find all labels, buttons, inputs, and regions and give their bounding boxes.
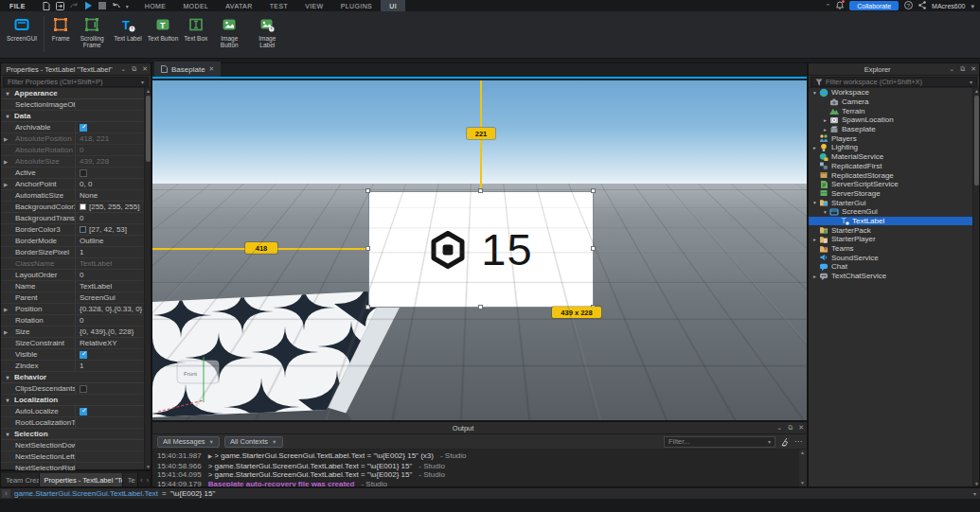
tree-expand-icon[interactable]: ▾ <box>811 90 819 96</box>
prop-value[interactable] <box>75 440 145 450</box>
explorer-item-materialservice[interactable]: MaterialService <box>809 152 973 162</box>
properties-float-icon[interactable]: ⧉ <box>129 65 139 73</box>
stop-icon[interactable] <box>98 2 106 9</box>
explorer-item-replicatedfirst[interactable]: ReplicatedFirst <box>809 162 973 171</box>
ribbon-imagebutton-button[interactable]: Image Button <box>210 11 248 48</box>
prop-value[interactable]: TextLabel <box>75 281 145 291</box>
prop-row-size[interactable]: ▶Size{0, 439},{0, 228} <box>1 327 145 338</box>
explorer-item-baseplate[interactable]: ▸Baseplate <box>809 125 973 134</box>
user-dropdown-icon[interactable]: ▾ <box>971 3 974 9</box>
prop-value[interactable]: 0 <box>75 315 145 326</box>
properties-close-icon[interactable]: ✕ <box>139 65 151 73</box>
tree-expand-icon[interactable]: ▸ <box>821 117 829 123</box>
prop-row-archivable[interactable]: Archivable <box>1 122 145 133</box>
output-float-icon[interactable]: ⧉ <box>785 424 795 432</box>
explorer-item-serverscriptservice[interactable]: ServerScriptService <box>809 180 973 189</box>
properties-scrollbar[interactable]: ▲ ▼ <box>144 88 151 469</box>
tree-expand-icon[interactable]: ▸ <box>821 127 829 132</box>
tree-expand-icon[interactable]: ▸ <box>811 145 819 150</box>
prop-row-active[interactable]: Active <box>1 168 145 179</box>
notifications-icon[interactable] <box>836 1 844 10</box>
checkbox-checked[interactable] <box>80 351 87 359</box>
explorer-item-chat[interactable]: Chat <box>809 262 973 272</box>
properties-filter-caret-icon[interactable]: ▾ <box>141 79 144 85</box>
dock-tab-team-create[interactable]: Team Create <box>1 473 40 486</box>
ribbon-imagelabel-button[interactable]: Image Label <box>248 11 286 48</box>
prop-value[interactable] <box>75 99 145 110</box>
section-collapse-icon[interactable]: ▾ <box>1 374 14 380</box>
explorer-item-camera[interactable]: Camera <box>809 97 973 107</box>
prop-value[interactable]: {0, 439},{0, 228} <box>75 327 145 337</box>
prop-row-rotation[interactable]: Rotation0 <box>1 315 145 327</box>
checkbox-unchecked[interactable] <box>80 169 87 177</box>
menu-tab-plugins[interactable]: PLUGINS <box>332 0 382 11</box>
section-collapse-icon[interactable]: ▾ <box>1 397 14 403</box>
section-collapse-icon[interactable]: ▾ <box>1 431 14 437</box>
explorer-close-icon[interactable]: ✕ <box>968 65 979 73</box>
prop-row-name[interactable]: NameTextLabel <box>1 281 145 292</box>
color-swatch[interactable] <box>80 226 86 233</box>
new-file-icon[interactable] <box>43 2 50 10</box>
explorer-item-serverstorage[interactable]: ServerStorage <box>809 189 973 199</box>
prop-value[interactable]: {0.328, 0},{0.33, 0} <box>75 304 145 314</box>
help-icon[interactable]: ? <box>904 1 913 10</box>
explorer-item-screengui[interactable]: ▾ScreenGui <box>809 207 973 217</box>
scroll-up-icon[interactable]: ▲ <box>973 88 980 94</box>
prop-row-parent[interactable]: ParentScreenGui <box>1 292 145 304</box>
prop-value[interactable] <box>75 168 145 178</box>
output-menu-icon[interactable]: ⌄ <box>774 424 785 432</box>
explorer-item-textchatservice[interactable]: ▸TextChatService <box>809 272 973 281</box>
prop-row-sizeconstraint[interactable]: SizeConstraintRelativeXY <box>1 338 145 349</box>
explorer-float-icon[interactable]: ⧉ <box>957 65 968 73</box>
output-scrollbar[interactable]: ▲ ▼ <box>799 450 806 486</box>
ribbon-scrollingframe-button[interactable]: Scrolling Frame <box>73 11 111 48</box>
menu-tab-view[interactable]: VIEW <box>296 0 332 11</box>
ribbon-frame-button[interactable]: Frame <box>48 11 73 42</box>
color-swatch[interactable] <box>80 203 86 210</box>
prop-row-absolutesize[interactable]: ▶AbsoluteSize439, 228 <box>1 156 145 168</box>
prop-section-behavior[interactable]: ▾Behavior <box>1 372 145 383</box>
redo-icon[interactable] <box>70 2 79 9</box>
row-expand-icon[interactable]: ▶ <box>1 307 9 312</box>
prop-row-zindex[interactable]: ZIndex1 <box>1 361 145 372</box>
section-collapse-icon[interactable]: ▾ <box>1 113 14 119</box>
explorer-item-starterplayer[interactable]: ▸StarterPlayer <box>809 235 973 244</box>
output-line[interactable]: 15:40:58.966> game.StarterGui.ScreenGui.… <box>157 462 799 471</box>
output-filter-caret-icon[interactable]: ▾ <box>768 438 771 445</box>
prop-value[interactable]: 1 <box>75 247 145 257</box>
explorer-item-replicatedstorage[interactable]: ReplicatedStorage <box>809 170 973 180</box>
menu-tab-ui[interactable]: UI <box>381 0 405 11</box>
prop-value[interactable]: [27, 42, 53] <box>75 224 145 235</box>
output-more-icon[interactable]: ⋯ <box>794 437 802 446</box>
menu-tab-home[interactable]: HOME <box>136 0 175 11</box>
selection-handle[interactable] <box>478 188 483 193</box>
selection-handle[interactable] <box>591 246 596 251</box>
explorer-filter-input[interactable]: Filter workspace (Ctrl+Shift+X) ▾ <box>811 77 977 87</box>
row-expand-icon[interactable]: ▶ <box>1 329 9 335</box>
section-collapse-icon[interactable]: ▾ <box>1 90 14 97</box>
selection-handle[interactable] <box>365 188 370 193</box>
tab-close-icon[interactable]: ✕ <box>209 65 215 73</box>
command-bar[interactable]: › game.StarterGui.ScreenGui.TextLabel.Te… <box>0 487 980 499</box>
explorer-item-spawnlocation[interactable]: ▸SpawnLocation <box>809 115 973 125</box>
properties-filter-input[interactable]: Filter Properties (Ctrl+Shift+P) ▾ <box>3 77 149 87</box>
ribbon-textbox-button[interactable]: Text Box <box>181 11 210 42</box>
tabs-scroll-right-icon[interactable]: › <box>145 477 151 484</box>
ribbon-textbutton-button[interactable]: TText Button <box>145 11 182 42</box>
prop-section-selection[interactable]: ▾Selection <box>1 429 145 440</box>
log-expand-icon[interactable]: ▶ <box>208 453 213 459</box>
prop-row-anchorpoint[interactable]: ▶AnchorPoint0, 0 <box>1 179 145 190</box>
ribbon-screengui-button[interactable]: ScreenGUI <box>4 11 40 42</box>
dock-tab-te[interactable]: Te <box>123 473 138 486</box>
scroll-up-icon[interactable]: ▲ <box>145 88 151 94</box>
prop-value[interactable]: ScreenGui <box>75 292 145 303</box>
explorer-item-teams[interactable]: Teams <box>809 244 973 254</box>
output-close-icon[interactable]: ✕ <box>795 424 807 432</box>
selection-handle[interactable] <box>591 188 596 193</box>
prop-row-selectionimageobject[interactable]: SelectionImageObject <box>1 99 145 111</box>
prop-value[interactable] <box>75 122 145 132</box>
command-history-icon[interactable]: ▾ <box>973 490 980 497</box>
prop-value[interactable] <box>75 349 145 360</box>
username[interactable]: MAcres600 <box>932 3 965 9</box>
prop-row-position[interactable]: ▶Position{0.328, 0},{0.33, 0} <box>1 304 145 315</box>
